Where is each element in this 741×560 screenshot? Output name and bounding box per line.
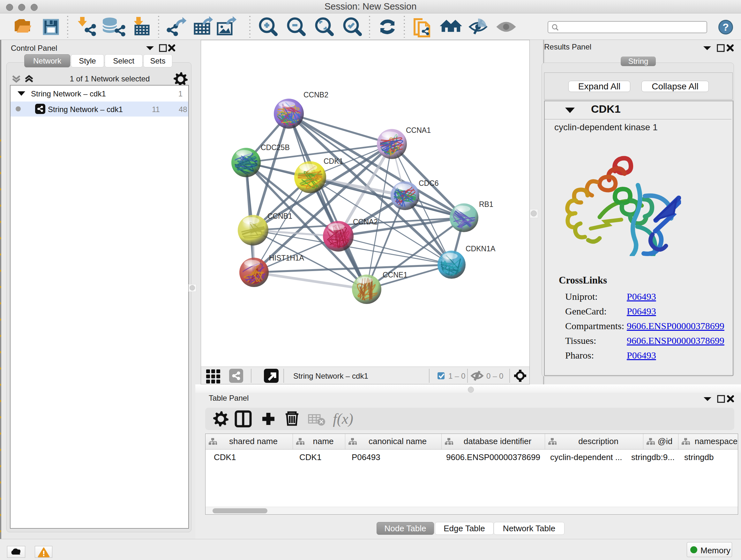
svg-text:CCNB1: CCNB1 <box>267 212 292 220</box>
svg-text:CCNA1: CCNA1 <box>406 126 431 134</box>
svg-text:CCNE1: CCNE1 <box>383 271 408 279</box>
svg-text:CDKN1A: CDKN1A <box>466 245 495 253</box>
svg-text:RB1: RB1 <box>479 200 493 208</box>
svg-text:HIST1H1A: HIST1H1A <box>269 254 305 262</box>
svg-text:CDC6: CDC6 <box>419 179 439 187</box>
svg-text:CCNB2: CCNB2 <box>304 91 328 99</box>
svg-text:CDC25B: CDC25B <box>261 143 290 152</box>
svg-text:f(x): f(x) <box>333 411 353 427</box>
svg-text:CCNA2: CCNA2 <box>353 218 378 226</box>
svg-text:CDK1: CDK1 <box>324 157 343 165</box>
